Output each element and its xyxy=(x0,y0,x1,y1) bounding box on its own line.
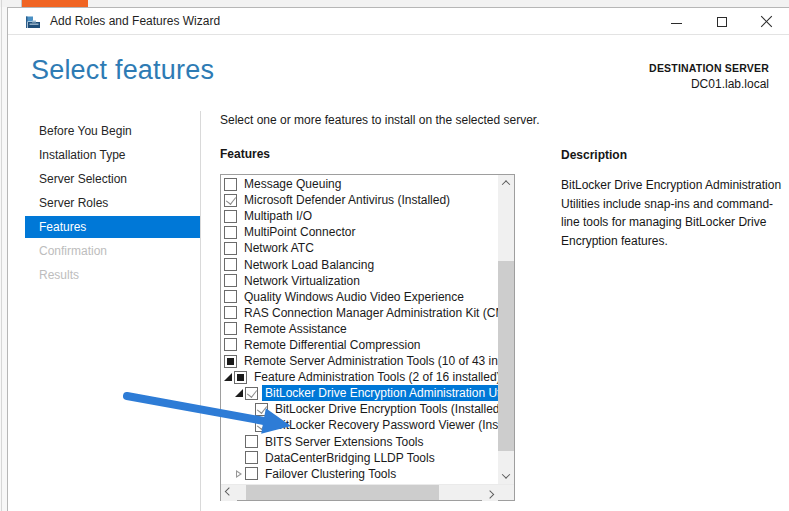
feature-checkbox[interactable] xyxy=(245,451,258,464)
feature-row-multipath-io[interactable]: Multipath I/O xyxy=(221,208,498,224)
horizontal-scroll-track[interactable] xyxy=(237,485,482,500)
nav-item-server-selection[interactable]: Server Selection xyxy=(25,168,200,190)
destination-server-block: DESTINATION SERVER DC01.lab.local xyxy=(649,62,769,91)
feature-label: Quality Windows Audio Video Experience xyxy=(242,289,466,305)
feature-checkbox[interactable] xyxy=(224,226,237,239)
feature-label: Network Load Balancing xyxy=(242,257,376,273)
feature-label: Failover Clustering Tools xyxy=(263,466,398,482)
feature-row-microsoft-defender[interactable]: Microsoft Defender Antivirus (Installed) xyxy=(221,192,498,208)
feature-row-rsat[interactable]: Remote Server Administration Tools (10 o… xyxy=(221,353,498,369)
tree-expanded-icon[interactable] xyxy=(222,373,234,381)
feature-checkbox[interactable] xyxy=(224,274,237,287)
scroll-up-icon xyxy=(502,180,510,188)
window-controls xyxy=(654,8,789,35)
feature-row-feature-admin-tools[interactable]: Feature Administration Tools (2 of 16 in… xyxy=(221,369,498,385)
description-heading: Description xyxy=(561,148,783,162)
feature-row-datacenterbridging-lldp[interactable]: DataCenterBridging LLDP Tools xyxy=(221,450,498,466)
feature-label: Multipath I/O xyxy=(242,208,314,224)
nav-item-server-roles[interactable]: Server Roles xyxy=(25,192,200,214)
feature-checkbox[interactable] xyxy=(224,194,237,207)
close-button[interactable] xyxy=(744,8,789,35)
feature-checkbox[interactable] xyxy=(224,338,237,351)
nav-item-installation-type[interactable]: Installation Type xyxy=(25,144,200,166)
feature-checkbox[interactable] xyxy=(224,290,237,303)
horizontal-scrollbar[interactable] xyxy=(221,485,498,500)
feature-label: BitLocker Drive Encryption Tools (Instal… xyxy=(273,401,498,417)
feature-row-remote-assistance[interactable]: Remote Assistance xyxy=(221,321,498,337)
nav-item-features[interactable]: Features xyxy=(25,216,200,238)
scroll-left-icon xyxy=(225,487,233,495)
feature-row-multipoint-connector[interactable]: MultiPoint Connector xyxy=(221,224,498,240)
feature-checkbox[interactable] xyxy=(245,387,258,400)
horizontal-scroll-thumb[interactable] xyxy=(246,485,439,500)
nav-item-results: Results xyxy=(25,264,200,286)
nav-item-confirmation: Confirmation xyxy=(25,240,200,262)
feature-row-message-queuing[interactable]: Message Queuing xyxy=(221,176,498,192)
destination-server-name: DC01.lab.local xyxy=(649,77,769,91)
background-accent-bar xyxy=(22,0,88,7)
feature-label: RAS Connection Manager Administration Ki… xyxy=(242,305,498,321)
maximize-button[interactable] xyxy=(699,8,744,35)
scroll-down-button[interactable] xyxy=(498,468,514,484)
feature-row-bitlocker-recovery-password-viewer[interactable]: BitLocker Recovery Password Viewer (Inst… xyxy=(221,417,498,433)
feature-checkbox[interactable] xyxy=(255,403,268,416)
instruction-text: Select one or more features to install o… xyxy=(220,113,540,127)
feature-label: BitLocker Recovery Password Viewer (Inst… xyxy=(273,417,498,433)
feature-label: Remote Differential Compression xyxy=(242,337,423,353)
feature-row-network-atc[interactable]: Network ATC xyxy=(221,240,498,256)
feature-checkbox[interactable] xyxy=(224,258,237,271)
scroll-down-icon xyxy=(502,470,510,478)
feature-row-remote-differential-compression[interactable]: Remote Differential Compression xyxy=(221,337,498,353)
feature-row-network-load-balancing[interactable]: Network Load Balancing xyxy=(221,256,498,272)
feature-checkbox[interactable] xyxy=(224,306,237,319)
feature-row-bitlocker-admin-utilities[interactable]: BitLocker Drive Encryption Administratio… xyxy=(221,385,498,401)
feature-label: BITS Server Extensions Tools xyxy=(263,434,426,450)
background-window-border xyxy=(1,0,2,511)
feature-checkbox[interactable] xyxy=(245,467,258,480)
add-roles-features-wizard-window: Add Roles and Features Wizard Select fea… xyxy=(7,7,789,511)
tree-collapsed-icon[interactable] xyxy=(233,470,245,478)
feature-row-quality-windows-audio-video[interactable]: Quality Windows Audio Video Experience xyxy=(221,289,498,305)
feature-checkbox[interactable] xyxy=(255,419,268,432)
feature-checkbox[interactable] xyxy=(224,242,237,255)
maximize-icon xyxy=(717,17,727,27)
wizard-icon xyxy=(25,14,41,30)
feature-label: Feature Administration Tools (2 of 16 in… xyxy=(252,369,498,385)
feature-checkbox[interactable] xyxy=(224,210,237,223)
feature-checkbox[interactable] xyxy=(224,355,237,368)
tree-expanded-icon[interactable] xyxy=(233,389,245,397)
destination-server-label: DESTINATION SERVER xyxy=(649,62,769,74)
feature-row-failover-clustering-tools[interactable]: Failover Clustering Tools xyxy=(221,466,498,482)
features-list: Message Queuing Microsoft Defender Antiv… xyxy=(220,174,515,501)
feature-label: DataCenterBridging LLDP Tools xyxy=(263,450,437,466)
feature-label: Message Queuing xyxy=(242,176,343,192)
description-text: BitLocker Drive Encryption Administratio… xyxy=(561,176,783,250)
feature-row-ras-cmak[interactable]: RAS Connection Manager Administration Ki… xyxy=(221,305,498,321)
nav-item-before-you-begin[interactable]: Before You Begin xyxy=(25,120,200,142)
feature-label: MultiPoint Connector xyxy=(242,224,357,240)
feature-checkbox[interactable] xyxy=(224,178,237,191)
sidebar-separator xyxy=(200,111,201,511)
features-rows: Message Queuing Microsoft Defender Antiv… xyxy=(221,175,498,484)
minimize-button[interactable] xyxy=(654,8,699,35)
scroll-right-icon xyxy=(486,490,494,498)
feature-label: Microsoft Defender Antivirus (Installed) xyxy=(242,192,452,208)
description-panel: Description BitLocker Drive Encryption A… xyxy=(561,148,783,250)
vertical-scroll-track[interactable] xyxy=(498,191,514,468)
scroll-up-button[interactable] xyxy=(498,175,514,191)
feature-row-bitlocker-drive-encryption-tools[interactable]: BitLocker Drive Encryption Tools (Instal… xyxy=(221,401,498,417)
feature-checkbox[interactable] xyxy=(224,322,237,335)
feature-row-bits-server-extensions[interactable]: BITS Server Extensions Tools xyxy=(221,434,498,450)
vertical-scroll-thumb[interactable] xyxy=(498,261,514,451)
feature-checkbox[interactable] xyxy=(234,371,247,384)
feature-checkbox[interactable] xyxy=(245,435,258,448)
vertical-scrollbar[interactable] xyxy=(498,175,514,484)
window-title: Add Roles and Features Wizard xyxy=(50,8,220,34)
feature-label: Remote Assistance xyxy=(242,321,349,337)
scroll-right-button[interactable] xyxy=(482,485,498,501)
background-window-edge xyxy=(0,0,789,7)
feature-label: Network ATC xyxy=(242,240,316,256)
scroll-left-button[interactable] xyxy=(221,485,237,501)
feature-row-network-virtualization[interactable]: Network Virtualization xyxy=(221,273,498,289)
feature-label: Remote Server Administration Tools (10 o… xyxy=(242,353,498,369)
